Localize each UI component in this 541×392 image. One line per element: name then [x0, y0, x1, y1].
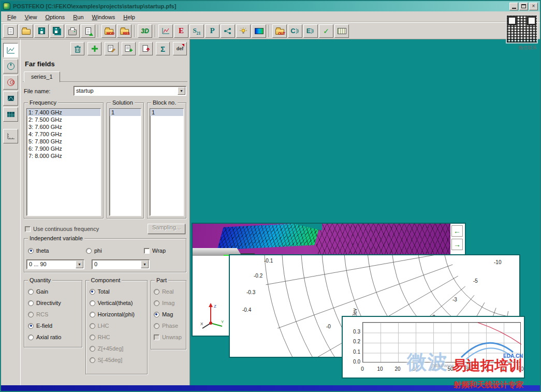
unwrap-checkbox[interactable]	[154, 335, 159, 340]
duplicate-series-button[interactable]	[122, 42, 136, 55]
component-radio[interactable]: LHC	[88, 320, 145, 331]
start-combo[interactable]: 0▼	[92, 259, 150, 269]
menu-item[interactable]: File	[3, 12, 21, 22]
wrap-checkbox[interactable]	[144, 248, 150, 254]
block-item[interactable]: 1	[150, 109, 183, 116]
add-series-button[interactable]	[87, 42, 101, 55]
component-radio[interactable]: RHC	[88, 331, 145, 343]
s-params-button[interactable]: S21	[189, 24, 204, 38]
load-results-button[interactable]: RES	[117, 24, 131, 38]
rail-polar-graph-button[interactable]	[3, 59, 18, 74]
colormap-button[interactable]	[252, 24, 266, 38]
part-radio[interactable]: Imag	[153, 297, 184, 309]
power-button[interactable]: P	[205, 24, 220, 38]
export-series-button[interactable]	[139, 42, 153, 55]
print-button[interactable]	[65, 24, 80, 38]
phi-radio[interactable]: phi	[84, 245, 142, 256]
part-radio[interactable]: Phase	[153, 320, 184, 331]
frequency-item[interactable]: 7: 8.000 GHz	[27, 152, 100, 159]
sampling-button[interactable]: Sampling...	[148, 224, 185, 234]
wrap-checkbox-option[interactable]: Wrap	[142, 245, 166, 256]
block-list[interactable]: 1	[150, 108, 184, 216]
radio-icon	[28, 312, 34, 317]
model-folder-icon: MOD	[105, 29, 113, 35]
close-button[interactable]: ×	[529, 3, 538, 10]
part-radio[interactable]: Mag	[153, 309, 184, 320]
component-radio[interactable]: Z[+45deg]	[88, 343, 145, 354]
maximize-button[interactable]	[519, 3, 528, 10]
frequency-item[interactable]: 2: 7.500 GHz	[27, 116, 100, 123]
theta-radio[interactable]: theta	[26, 245, 84, 256]
3d-icon: 3D	[141, 27, 149, 35]
main-toolbar: MOD RES 3D E S21 P OUT C E ✓	[1, 23, 540, 39]
part-radio[interactable]: Real	[153, 286, 184, 297]
quantity-radio[interactable]: RCS	[26, 309, 80, 320]
menu-item[interactable]: Run	[69, 12, 87, 22]
e-field-button[interactable]: E	[174, 24, 188, 38]
new-file-button[interactable]	[3, 24, 18, 38]
menu-item[interactable]: Options	[41, 12, 69, 22]
out-files-button[interactable]: OUT	[272, 24, 287, 38]
frequency-item[interactable]: 4: 7.700 GHz	[27, 130, 100, 138]
rail-axes-button[interactable]	[3, 129, 18, 143]
delete-series-button[interactable]	[70, 42, 84, 55]
solution-item[interactable]: 1	[110, 109, 141, 116]
rail-surface-plot-button[interactable]	[3, 107, 18, 122]
trace-line	[363, 323, 521, 363]
minimize-button[interactable]	[509, 3, 518, 10]
export-image-button[interactable]	[81, 24, 95, 38]
edit-series-button[interactable]	[105, 42, 119, 55]
save-button[interactable]	[34, 24, 49, 38]
combo-arrow-icon[interactable]: ▼	[76, 260, 83, 268]
file-name-combo[interactable]: startup▼	[74, 86, 186, 96]
menu-item[interactable]: View	[21, 12, 41, 22]
open-file-button[interactable]	[19, 24, 33, 38]
combo-arrow-icon[interactable]: ▼	[178, 87, 185, 95]
radio-icon	[28, 289, 34, 295]
solution-list[interactable]: 1	[109, 108, 141, 216]
component-radio[interactable]: Total	[88, 286, 145, 297]
export-icon	[142, 45, 150, 53]
frequency-item[interactable]: 1: 7.400 GHz	[27, 109, 100, 116]
frequency-item[interactable]: 3: 7.600 GHz	[27, 123, 100, 130]
radio-icon	[28, 335, 34, 340]
next-view-button[interactable]: →	[451, 239, 463, 250]
view-3d-button[interactable]: 3D	[138, 24, 152, 38]
frequency-list[interactable]: 1: 7.400 GHz2: 7.500 GHz3: 7.600 GHz4: 7…	[26, 108, 101, 216]
table-button[interactable]	[334, 24, 349, 38]
cartesian-plot-window[interactable]: 0.30.20.10.0 0102030405060708090	[342, 316, 525, 379]
far-field-e-button[interactable]: E	[303, 24, 318, 38]
default-settings-button[interactable]: def	[173, 42, 187, 55]
rail-smith-chart-button[interactable]	[3, 75, 18, 90]
range-combo[interactable]: 0 ... 90▼	[26, 259, 84, 269]
quantity-radio[interactable]: E-field	[26, 320, 80, 331]
rail-3d-pattern-button[interactable]	[3, 91, 18, 106]
network-button[interactable]	[221, 24, 235, 38]
frequency-item[interactable]: 6: 7.900 GHz	[27, 145, 100, 152]
menu-item[interactable]: Windows	[88, 12, 120, 22]
polar-ring-tick: -10	[494, 259, 501, 265]
minimize-icon	[512, 8, 516, 9]
component-radio[interactable]: S[-45deg]	[88, 354, 145, 366]
frequency-item[interactable]: 5: 7.800 GHz	[27, 138, 100, 145]
component-radio[interactable]: Horizontal(phi)	[88, 309, 145, 320]
far-field-current-button[interactable]: C	[288, 24, 302, 38]
combo-arrow-icon[interactable]: ▼	[141, 260, 149, 268]
quantity-radio[interactable]: Axial ratio	[26, 331, 80, 343]
validate-button[interactable]: ✓	[319, 24, 333, 38]
new-graph-button[interactable]	[158, 24, 173, 38]
source-button[interactable]	[236, 24, 251, 38]
continuous-frequency-checkbox[interactable]	[25, 226, 31, 232]
load-model-button[interactable]: MOD	[101, 24, 116, 38]
component-radio[interactable]: Vertical(theta)	[88, 297, 145, 309]
menu-item[interactable]: Help	[119, 12, 139, 22]
quantity-radio[interactable]: Gain	[26, 286, 80, 297]
save-all-button[interactable]	[50, 24, 64, 38]
rail-cartesian-graph-button[interactable]	[3, 43, 18, 57]
prev-view-button[interactable]: ←	[451, 225, 463, 237]
unwrap-checkbox-option[interactable]: Unwrap	[153, 331, 184, 343]
view-nav-buttons: ← →	[451, 225, 464, 250]
quantity-radio[interactable]: Directivity	[26, 297, 80, 309]
tab-series-1[interactable]: series_1	[24, 71, 60, 82]
sum-button[interactable]: Σ	[156, 42, 170, 55]
